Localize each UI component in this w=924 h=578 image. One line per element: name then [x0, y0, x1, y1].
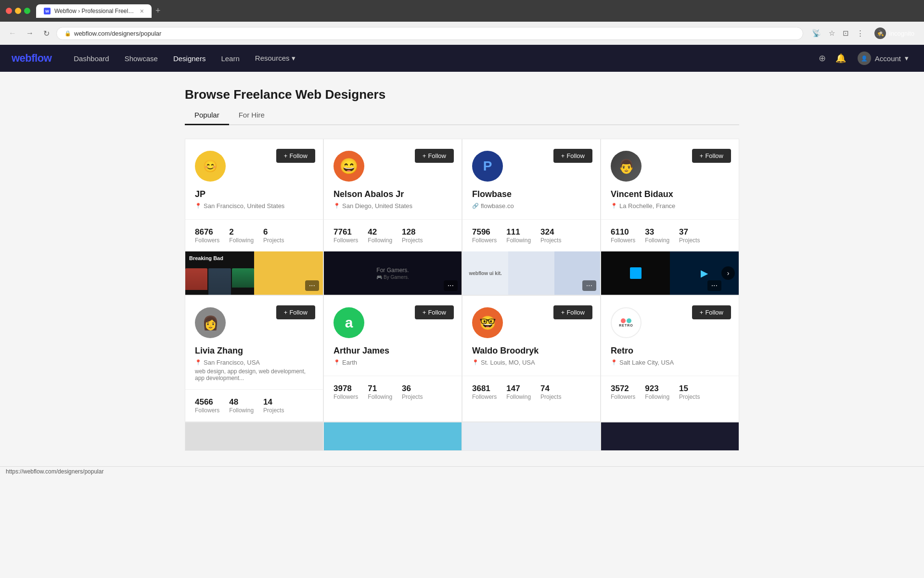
browser-chrome: W Webflow › Professional Freelar... × + — [0, 0, 924, 22]
avatar-retro[interactable]: RETRO — [611, 307, 642, 338]
preview-more-vincent[interactable]: ··· — [707, 280, 721, 291]
active-tab[interactable]: W Webflow › Professional Freelar... × — [36, 4, 152, 18]
designer-location-jp: 📍 San Francisco, United States — [195, 202, 313, 210]
stat-projects-arthur: 36 Projects — [402, 384, 423, 400]
nav-logo[interactable]: webflow — [12, 52, 51, 65]
designer-location-retro: 📍 Salt Lake City, USA — [611, 359, 729, 366]
preview-more-jp[interactable]: ··· — [305, 280, 319, 291]
back-button[interactable]: ← — [6, 27, 19, 39]
nav-right: ⊕ 🔔 👤 Account ▾ — [817, 50, 912, 67]
stat-following-nelson: 42 Following — [368, 227, 392, 244]
nav-link-showcase[interactable]: Showcase — [118, 52, 165, 66]
close-button[interactable] — [6, 8, 12, 14]
designer-name-vincent: Vincent Bidaux — [611, 189, 729, 199]
follow-button-waldo[interactable]: + Follow — [553, 305, 592, 319]
location-icon: 📍 — [195, 359, 202, 366]
designer-name-flowbase: Flowbase — [472, 189, 590, 199]
bookmark-icon[interactable]: ☆ — [826, 27, 838, 39]
stat-projects-nelson: 128 Projects — [402, 227, 423, 244]
stat-following-jp: 2 Following — [229, 227, 254, 244]
stat-followers-retro: 3572 Followers — [611, 384, 635, 400]
tab-popular[interactable]: Popular — [185, 106, 229, 125]
follow-button-flowbase[interactable]: + Follow — [553, 149, 592, 163]
page-title: Browse Freelance Web Designers — [185, 87, 385, 102]
minimize-button[interactable] — [15, 8, 21, 14]
follow-button-vincent[interactable]: + Follow — [692, 149, 731, 163]
designer-stats-vincent: 6110 Followers 33 Following 37 Projects — [601, 219, 739, 251]
designer-card-row3-3 — [462, 422, 601, 451]
preview-flowbase: webflow ui kit. ··· — [462, 251, 600, 295]
nav-link-designers[interactable]: Designers — [167, 52, 213, 66]
preview-more-nelson[interactable]: ··· — [444, 280, 458, 291]
avatar-arthur[interactable]: a — [334, 307, 364, 338]
preview-more-flowbase[interactable]: ··· — [582, 280, 596, 291]
avatar-jp[interactable]: 😊 — [195, 151, 226, 182]
nav-link-learn[interactable]: Learn — [214, 52, 246, 66]
stat-followers-waldo: 3681 Followers — [472, 384, 497, 400]
stat-followers-arthur: 3978 Followers — [334, 384, 358, 400]
upload-icon[interactable]: ⊕ — [817, 51, 828, 66]
preview-jp: Breaking Bad ··· — [185, 251, 323, 295]
account-caret: ▾ — [905, 54, 909, 63]
follow-button-livia[interactable]: + Follow — [276, 305, 315, 319]
designer-location-nelson: 📍 San Diego, United States — [334, 202, 452, 210]
forward-button[interactable]: → — [23, 27, 37, 39]
avatar-livia[interactable]: 👩 — [195, 307, 226, 338]
follow-label: Follow — [289, 309, 308, 316]
tab-close-icon[interactable]: × — [140, 7, 144, 15]
designer-location-arthur: 📍 Earth — [334, 359, 452, 366]
location-icon: 📍 — [334, 359, 340, 366]
tab-favicon: W — [44, 8, 51, 14]
cast-icon[interactable]: 📡 — [809, 27, 824, 39]
designer-name-arthur: Arthur James — [334, 346, 452, 356]
stat-followers-vincent: 6110 Followers — [611, 227, 635, 244]
maximize-button[interactable] — [24, 8, 30, 14]
follow-label: Follow — [566, 309, 585, 316]
new-tab-button[interactable]: + — [152, 4, 165, 18]
refresh-button[interactable]: ↻ — [40, 27, 52, 40]
designers-grid-row3 — [185, 422, 739, 451]
designer-location-waldo: 📍 St. Louis, MO, USA — [472, 359, 590, 366]
preview-arrow-vincent[interactable]: › — [721, 266, 735, 280]
notifications-icon[interactable]: 🔔 — [834, 51, 848, 66]
tab-forhire[interactable]: For Hire — [229, 106, 274, 125]
stat-following-arthur: 71 Following — [368, 384, 392, 400]
stat-projects-retro: 15 Projects — [679, 384, 700, 400]
avatar-nelson[interactable]: 😄 — [334, 151, 364, 182]
designer-card-vincent: + Follow 👨 Vincent Bidaux 📍 La Rochelle,… — [601, 139, 739, 295]
designer-card-nelson: + Follow 😄 Nelson Abalos Jr 📍 San Diego,… — [323, 139, 462, 295]
designer-name-livia: Livia Zhang — [195, 346, 313, 356]
follow-label: Follow — [705, 152, 723, 159]
follow-label: Follow — [428, 309, 446, 316]
avatar-flowbase[interactable]: P — [472, 151, 503, 182]
follow-button-arthur[interactable]: + Follow — [415, 305, 454, 319]
nav-link-resources[interactable]: Resources ▾ — [248, 51, 302, 66]
avatar-waldo[interactable]: 🤓 — [472, 307, 503, 338]
address-bar[interactable]: 🔒 webflow.com/designers/popular — [56, 27, 803, 40]
menu-icon[interactable]: ⋮ — [854, 27, 867, 39]
browser-toolbar: ← → ↻ 🔒 webflow.com/designers/popular 📡 … — [0, 22, 924, 45]
preview-vincent: ▶ › ··· — [601, 251, 739, 295]
toolbar-icons: 📡 ☆ ⊡ ⋮ — [809, 27, 867, 39]
stat-following-retro: 923 Following — [645, 384, 669, 400]
status-url: https://webflow.com/designers/popular — [6, 468, 103, 475]
follow-button-retro[interactable]: + Follow — [692, 305, 731, 319]
incognito-button[interactable]: 🕵 Incognito — [871, 26, 918, 41]
follow-button-nelson[interactable]: + Follow — [415, 149, 454, 163]
designer-stats-waldo: 3681 Followers 147 Following 74 Projects — [462, 376, 600, 408]
account-menu[interactable]: 👤 Account ▾ — [854, 50, 912, 67]
nav-link-dashboard[interactable]: Dashboard — [67, 52, 116, 66]
avatar-vincent[interactable]: 👨 — [611, 151, 642, 182]
profile-icon[interactable]: ⊡ — [840, 27, 852, 39]
follow-button-jp[interactable]: + Follow — [276, 149, 315, 163]
account-label: Account — [875, 54, 901, 63]
preview-nelson: For Gamers. 🎮 By Gamers. ··· — [324, 251, 462, 295]
designer-card-livia: + Follow 👩 Livia Zhang 📍 San Francisco, … — [185, 295, 323, 422]
designer-location-flowbase: 🔗 flowbase.co — [472, 202, 590, 210]
designer-card-waldo: + Follow 🤓 Waldo Broodryk 📍 St. Louis, M… — [462, 295, 601, 422]
page-content: Browse Freelance Web Designers Popular F… — [173, 72, 751, 466]
designer-card-jp: + Follow 😊 JP 📍 San Francisco, United St… — [185, 139, 323, 295]
follow-plus-icon: + — [700, 309, 704, 316]
designer-card-row3-1 — [185, 422, 323, 451]
follow-label: Follow — [705, 309, 723, 316]
